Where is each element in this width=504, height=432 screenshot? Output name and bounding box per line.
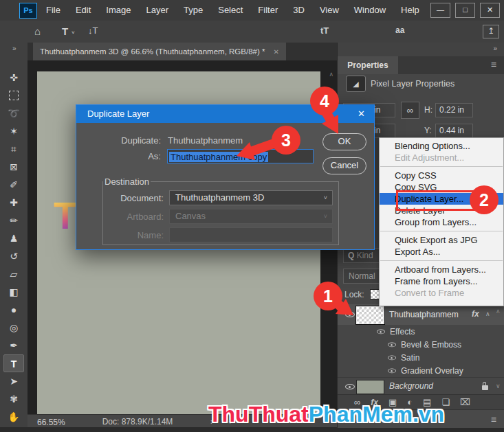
chevron-down-icon[interactable]: ˅ bbox=[324, 191, 327, 205]
history-brush-tool[interactable]: ↺ bbox=[3, 247, 24, 265]
path-selection-tool[interactable]: ➤ bbox=[3, 372, 24, 390]
visibility-eye-icon[interactable] bbox=[377, 328, 385, 335]
marquee-icon bbox=[9, 91, 19, 100]
pen-tool[interactable]: ✒ bbox=[3, 337, 24, 354]
layers-scroll-up-icon[interactable]: ∧ bbox=[496, 308, 501, 315]
zoom-level-field[interactable]: 66.55% bbox=[37, 418, 65, 427]
layer-effect-gradient-overlay[interactable]: Gradient Overlay bbox=[338, 364, 504, 377]
panel-menu-icon[interactable]: ≡ bbox=[491, 414, 496, 425]
toolbar-collapse-icon[interactable]: » bbox=[12, 45, 16, 52]
canvas-scroll-up-icon[interactable]: ∧ bbox=[329, 71, 333, 78]
height-field[interactable]: 0.22 in bbox=[435, 103, 473, 117]
background-thumbnail[interactable] bbox=[356, 380, 384, 394]
clone-stamp-tool[interactable]: ♟ bbox=[3, 229, 24, 247]
brush-tool[interactable]: ✏ bbox=[3, 212, 24, 229]
lasso-tool[interactable]: ➰ bbox=[3, 104, 24, 122]
layer-effect-satin[interactable]: Satin bbox=[338, 351, 504, 364]
frame-tool[interactable]: ⊠ bbox=[3, 158, 24, 176]
name-label: Name: bbox=[103, 230, 169, 240]
custom-shape-tool[interactable]: ✾ bbox=[3, 390, 24, 408]
menu-layer[interactable]: Layer bbox=[139, 0, 177, 21]
hand-tool[interactable]: ✋ bbox=[3, 408, 24, 426]
menu-select[interactable]: Select bbox=[210, 0, 250, 21]
close-button[interactable]: ✕ bbox=[480, 3, 500, 18]
type-tool-icon[interactable]: T bbox=[62, 25, 68, 37]
document-size-info: Doc: 878.9K/1.14M bbox=[70, 416, 205, 428]
properties-tab-row: Properties ≡ bbox=[338, 56, 504, 74]
maximize-button[interactable]: □ bbox=[455, 3, 475, 18]
destination-group: Destination Document: Thuthuatphanmem 3D… bbox=[102, 177, 339, 245]
move-tool[interactable]: ✜ bbox=[3, 69, 24, 87]
eraser-tool[interactable]: ▱ bbox=[3, 265, 24, 283]
share-image-icon[interactable]: ↥ bbox=[483, 25, 499, 38]
delete-layer-icon[interactable]: ⌧ bbox=[460, 397, 470, 407]
context-menu-item-artboard-from-layers[interactable]: Artboard from Layers... bbox=[380, 264, 503, 275]
menu-edit[interactable]: Edit bbox=[68, 0, 98, 21]
layer-effect-bevel-emboss[interactable]: Bevel & Emboss bbox=[338, 338, 504, 351]
properties-header: Pixel Layer Properties bbox=[371, 79, 454, 89]
context-menu-item-export-as[interactable]: Export As... bbox=[380, 246, 503, 258]
context-menu-item-copy-css[interactable]: Copy CSS bbox=[380, 170, 503, 181]
scroll-down-icon[interactable]: ∨ bbox=[496, 383, 501, 389]
quick-selection-tool[interactable]: ✶ bbox=[3, 122, 24, 140]
artboard-row: Artboard: Canvas ˅ bbox=[103, 207, 333, 225]
layer-name-input[interactable]: Thuthuatphanmem copy bbox=[167, 149, 314, 163]
context-menu-item-duplicate-layer[interactable]: Duplicate Layer... bbox=[380, 193, 503, 205]
name-input bbox=[169, 227, 333, 242]
menu-3d[interactable]: 3D bbox=[285, 0, 312, 21]
link-dimensions-icon[interactable]: ∞ bbox=[401, 102, 419, 119]
layer-context-menu: Blending Options...Edit Adjustment...Cop… bbox=[379, 137, 504, 306]
layer-effect-effects[interactable]: Effects bbox=[338, 325, 504, 338]
context-menu-item-group-from-layers[interactable]: Group from Layers... bbox=[380, 216, 503, 228]
healing-brush-tool[interactable]: ✚ bbox=[3, 194, 24, 212]
tool-preset-caret-icon[interactable]: ˅ bbox=[72, 30, 75, 36]
dialog-close-icon[interactable]: ✕ bbox=[358, 105, 365, 123]
height-label: H: bbox=[424, 105, 432, 115]
dodge-tool[interactable]: ◎ bbox=[3, 319, 24, 337]
visibility-eye-icon[interactable] bbox=[388, 367, 396, 374]
marquee-tool[interactable] bbox=[3, 87, 24, 104]
visibility-eye-icon[interactable] bbox=[345, 382, 355, 391]
watermark-part1: ThuThuat bbox=[208, 402, 309, 427]
panel-collapse-icon[interactable]: » bbox=[493, 45, 496, 52]
type-tool[interactable]: T bbox=[3, 354, 24, 372]
layer-thumbnail[interactable] bbox=[356, 306, 384, 324]
context-menu-item-quick-export-as-jpg[interactable]: Quick Export as JPG bbox=[380, 234, 503, 246]
text-orientation-icon[interactable]: ↓T bbox=[88, 25, 98, 36]
eyedropper-tool[interactable]: ✐ bbox=[3, 176, 24, 194]
menu-view[interactable]: View bbox=[312, 0, 347, 21]
gradient-tool[interactable]: ◧ bbox=[3, 283, 24, 301]
context-menu-item-frame-from-layers[interactable]: Frame from Layers... bbox=[380, 275, 503, 287]
ok-button[interactable]: OK bbox=[322, 133, 366, 150]
menu-type[interactable]: Type bbox=[176, 0, 210, 21]
collapse-effects-icon[interactable]: ∧ bbox=[485, 310, 490, 317]
y-field[interactable]: 0.44 in bbox=[435, 124, 473, 138]
kind-label: Kind bbox=[357, 251, 373, 260]
layer-row-thuthuatphanmem[interactable]: Thuthuatphanmem fx ∧ bbox=[338, 304, 504, 325]
context-menu-item-blending-options[interactable]: Blending Options... bbox=[380, 140, 503, 152]
tab-properties[interactable]: Properties bbox=[338, 56, 398, 74]
context-menu-item-convert-to-frame: Convert to Frame bbox=[380, 287, 503, 299]
layer-fx-badge[interactable]: fx bbox=[472, 309, 479, 319]
menu-image[interactable]: Image bbox=[98, 0, 138, 21]
document-select[interactable]: Thuthuatphanmem 3D ˅ bbox=[169, 190, 333, 205]
context-menu-item-delete-layer[interactable]: Delete Layer bbox=[380, 205, 503, 216]
home-icon[interactable]: ⌂ bbox=[34, 25, 41, 37]
cancel-button[interactable]: Cancel bbox=[322, 157, 366, 174]
visibility-eye-icon[interactable] bbox=[345, 310, 355, 319]
document-tab[interactable]: Thuthuatphanmem 3D @ 66.6% (Thuthuatphan… bbox=[33, 43, 286, 60]
crop-tool[interactable]: ⌗ bbox=[3, 140, 24, 158]
layer-row-background[interactable]: Background ∨ bbox=[338, 377, 504, 395]
menu-help[interactable]: Help bbox=[393, 0, 427, 21]
menu-filter[interactable]: Filter bbox=[250, 0, 285, 21]
minimize-button[interactable]: — bbox=[430, 3, 450, 18]
context-menu-item-copy-svg[interactable]: Copy SVG bbox=[380, 181, 503, 193]
menu-window[interactable]: Window bbox=[347, 0, 393, 21]
menu-file[interactable]: File bbox=[39, 0, 68, 21]
close-icon[interactable]: ✕ bbox=[273, 48, 278, 56]
name-row: Name: bbox=[103, 226, 333, 244]
visibility-eye-icon[interactable] bbox=[388, 354, 396, 361]
visibility-eye-icon[interactable] bbox=[388, 341, 396, 348]
blur-tool[interactable]: ● bbox=[3, 301, 24, 319]
panel-menu-icon[interactable]: ≡ bbox=[491, 59, 496, 70]
